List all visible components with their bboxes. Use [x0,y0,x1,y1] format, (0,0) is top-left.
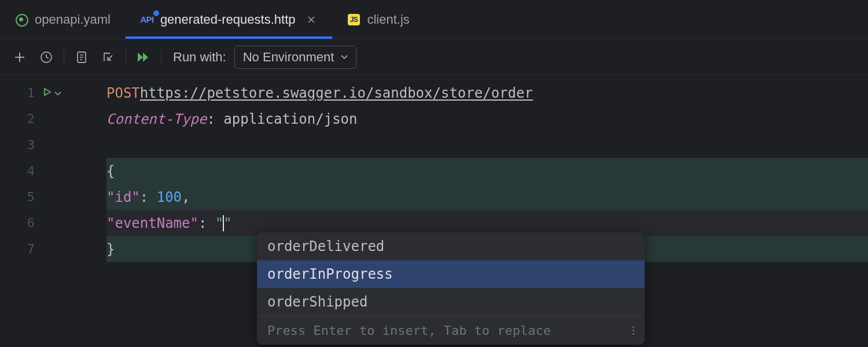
examples-button[interactable] [72,48,91,67]
code-line[interactable]: { [106,158,868,184]
divider [126,49,126,65]
code-line[interactable]: Content-Type: application/json [106,106,868,132]
chevron-down-icon [341,55,348,60]
run-icon[interactable] [43,87,52,99]
line-number: 6 [0,216,35,230]
line-number: 2 [0,112,35,126]
divider [161,49,161,65]
tab-bar: openapi.yaml API generated-requests.http… [0,0,868,39]
more-icon[interactable] [632,326,634,335]
code-line[interactable]: "id": 100, [106,184,868,210]
tab-label: client.js [367,12,409,27]
tab-label: openapi.yaml [35,12,111,27]
autocomplete-hint: Press Enter to insert, Tab to replace [267,323,551,338]
toolbar: Run with: No Environment [0,39,868,75]
autocomplete-popup: orderDelivered orderInProgress orderShip… [257,232,645,345]
tab-label: generated-requests.http [160,12,296,27]
code-line[interactable] [106,132,868,158]
tab-openapi[interactable]: openapi.yaml [0,0,126,39]
gutter: 1 2 3 4 5 6 7 [0,75,106,347]
close-icon[interactable] [306,14,317,25]
autocomplete-item[interactable]: orderDelivered [257,232,645,260]
add-button[interactable] [10,48,29,67]
autocomplete-item[interactable]: orderShipped [257,288,645,316]
environment-value: No Environment [243,50,334,65]
autocomplete-footer: Press Enter to insert, Tab to replace [257,316,645,345]
line-number: 4 [0,164,35,178]
code-area[interactable]: POST https://petstore.swagger.io/sandbox… [106,75,868,347]
line-number: 3 [0,138,35,152]
tab-client-js[interactable]: JS client.js [332,0,424,39]
line-number: 1 [0,86,35,100]
environment-dropdown[interactable]: No Environment [234,46,357,69]
import-button[interactable] [99,48,117,67]
api-icon: API [141,13,153,26]
line-number: 5 [0,190,35,204]
openapi-icon [15,13,28,26]
js-icon: JS [347,13,360,26]
tab-generated-requests[interactable]: API generated-requests.http [126,0,333,39]
chevron-down-icon[interactable] [54,88,61,98]
run-all-button[interactable] [134,48,153,67]
autocomplete-item[interactable]: orderInProgress [257,260,645,288]
line-number: 7 [0,242,35,256]
history-button[interactable] [37,48,56,67]
divider [64,49,64,65]
run-with-label: Run with: [173,50,226,65]
code-line[interactable]: POST https://petstore.swagger.io/sandbox… [106,80,868,106]
editor[interactable]: 1 2 3 4 5 6 7 POST https://petstore.swag… [0,75,868,347]
